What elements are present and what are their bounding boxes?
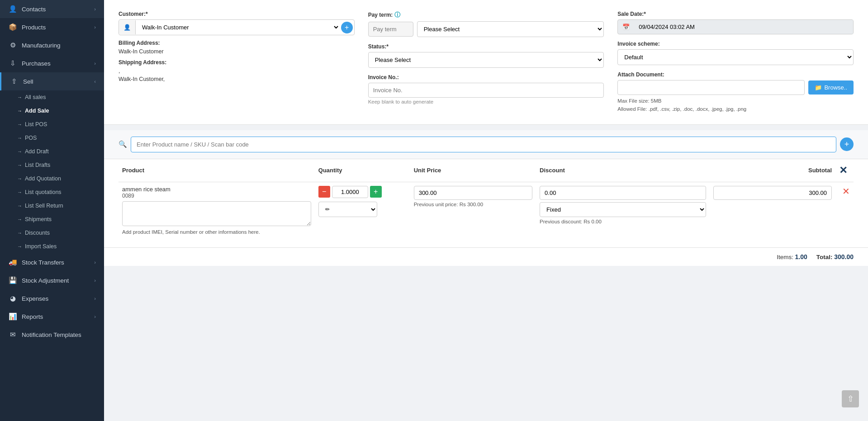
- chevron-stock-adjustment-icon: ›: [94, 278, 96, 283]
- sidebar-item-reports-label: Reports: [22, 313, 43, 320]
- sidebar-item-expenses[interactable]: ◕ Expenses ›: [0, 289, 104, 307]
- sidebar-item-stock-adjustment[interactable]: 💾 Stock Adjustment ›: [0, 271, 104, 289]
- chevron-contacts-icon: ›: [94, 6, 96, 12]
- customer-label: Customer:*: [119, 11, 355, 17]
- stock-adjustment-icon: 💾: [8, 276, 17, 284]
- sidebar-sub-all-sales[interactable]: → All sales: [0, 90, 104, 104]
- notes-hint: Add product IMEI, Serial number or other…: [122, 229, 311, 235]
- sidebar-sub-pos[interactable]: → POS: [0, 131, 104, 145]
- unit-price-input[interactable]: [414, 186, 532, 200]
- quantity-cell: − + ✏: [315, 182, 410, 238]
- pay-term-select[interactable]: Please Select: [417, 21, 604, 37]
- sidebar-sub-list-drafts-label: List Drafts: [25, 162, 50, 168]
- col-close-header: ✕: [835, 159, 854, 182]
- prev-discount: Previous discount: Rs 0.00: [540, 219, 706, 224]
- unit-select[interactable]: ✏: [318, 202, 377, 217]
- invoice-no-input[interactable]: [368, 83, 604, 98]
- col-subtotal-header: Subtotal: [710, 159, 836, 182]
- stock-transfers-icon: 🚚: [8, 258, 17, 266]
- sidebar-sub-add-sale-label: Add Sale: [25, 108, 49, 114]
- sidebar-item-stock-adjustment-label: Stock Adjustment: [22, 277, 69, 284]
- sidebar-item-notification-templates-label: Notification Templates: [22, 331, 81, 338]
- billing-address-label: Billing Address:: [119, 40, 355, 46]
- customer-select[interactable]: Walk-In Customer: [136, 20, 340, 35]
- arrow-list-pos-icon: →: [17, 122, 22, 127]
- add-customer-button[interactable]: +: [341, 22, 353, 33]
- sidebar-sub-add-quotation[interactable]: → Add Quotation: [0, 172, 104, 185]
- sidebar-item-purchases[interactable]: ⇩ Purchases ›: [0, 54, 104, 72]
- search-row: 🔍 +: [119, 137, 854, 152]
- col-discount-header: Discount: [536, 159, 709, 182]
- pay-term-row: Please Select: [368, 21, 604, 37]
- quantity-increase-button[interactable]: +: [370, 186, 382, 198]
- middle-fields: Pay term: ⓘ Please Select Status:* Pleas…: [368, 11, 604, 104]
- discount-input[interactable]: [540, 186, 706, 200]
- delete-row-cell: ✕: [835, 182, 854, 238]
- billing-address-section: Billing Address: Walk-In Customer: [119, 40, 355, 55]
- search-icon: 🔍: [119, 140, 127, 148]
- product-notes-input[interactable]: [122, 201, 311, 226]
- sidebar-sub-all-sales-label: All sales: [25, 94, 46, 100]
- billing-address-value: Walk-In Customer: [119, 48, 355, 55]
- section-divider: [104, 125, 868, 130]
- sidebar-sub-shipments[interactable]: → Shipments: [0, 213, 104, 226]
- pay-term-info-icon[interactable]: ⓘ: [394, 11, 400, 18]
- sidebar-item-stock-transfers[interactable]: 🚚 Stock Transfers ›: [0, 253, 104, 271]
- pay-term-field: Pay term: ⓘ Please Select: [368, 11, 604, 37]
- discount-type-select[interactable]: Fixed: [540, 202, 706, 217]
- invoice-scheme-select[interactable]: Default: [617, 49, 854, 65]
- quantity-decrease-button[interactable]: −: [318, 186, 330, 198]
- product-table: Product Quantity Unit Price Discount Sub…: [119, 159, 854, 238]
- expenses-icon: ◕: [8, 294, 17, 303]
- scroll-top-button[interactable]: ⇧: [842, 390, 859, 407]
- sidebar-item-reports[interactable]: 📊 Reports ›: [0, 307, 104, 326]
- purchases-icon: ⇩: [8, 59, 17, 67]
- sidebar-item-manufacturing[interactable]: ⚙ Manufacturing: [0, 36, 104, 54]
- product-table-area: Product Quantity Unit Price Discount Sub…: [104, 159, 868, 247]
- product-sku: 0089: [122, 193, 311, 199]
- browse-row: 📁 Browse..: [617, 80, 854, 95]
- chevron-purchases-icon: ›: [94, 61, 96, 66]
- quantity-input[interactable]: [332, 186, 368, 198]
- arrow-add-quotation-icon: →: [17, 176, 22, 181]
- sidebar-item-products[interactable]: 📦 Products ›: [0, 18, 104, 36]
- sidebar-sub-add-sale[interactable]: → Add Sale: [0, 104, 104, 118]
- reports-icon: 📊: [8, 312, 17, 321]
- sidebar-item-notification-templates[interactable]: ✉ Notification Templates: [0, 326, 104, 344]
- chevron-sell-icon: ‹: [94, 79, 96, 84]
- delete-row-button[interactable]: ✕: [842, 186, 850, 197]
- form-grid: Customer:* 👤 Walk-In Customer + Billing …: [119, 11, 854, 114]
- invoice-no-field: Invoice No.: Keep blank to auto generate: [368, 74, 604, 104]
- pay-term-text-input[interactable]: [368, 22, 413, 37]
- attach-doc-input[interactable]: [617, 80, 805, 95]
- sidebar-sub-add-draft[interactable]: → Add Draft: [0, 145, 104, 158]
- status-select[interactable]: Please Select: [368, 52, 604, 68]
- remove-all-button[interactable]: ✕: [839, 165, 847, 176]
- sidebar-sub-import-sales[interactable]: → Import Sales: [0, 240, 104, 253]
- table-row: ammen rice steam 0089 Add product IMEI, …: [119, 182, 854, 238]
- browse-button[interactable]: 📁 Browse..: [808, 80, 854, 95]
- product-search-input[interactable]: [131, 137, 836, 152]
- prev-price: Previous unit price: Rs 300.00: [414, 202, 532, 207]
- subtotal-cell: [710, 182, 836, 238]
- sidebar-sub-list-pos[interactable]: → List POS: [0, 118, 104, 131]
- invoice-no-hint: Keep blank to auto generate: [368, 99, 604, 104]
- sidebar-sub-list-drafts[interactable]: → List Drafts: [0, 158, 104, 172]
- subtotal-input[interactable]: [713, 186, 832, 200]
- add-product-button[interactable]: +: [840, 137, 854, 151]
- sidebar-sub-discounts[interactable]: → Discounts: [0, 226, 104, 240]
- attach-doc-field: Attach Document: 📁 Browse.. Max File siz…: [617, 71, 854, 114]
- sidebar-item-contacts[interactable]: 👤 Contacts ›: [0, 0, 104, 18]
- sidebar-item-sell[interactable]: ⇧ Sell ‹: [0, 72, 104, 90]
- form-area: Customer:* 👤 Walk-In Customer + Billing …: [104, 0, 868, 125]
- attach-doc-label: Attach Document:: [617, 71, 854, 78]
- sidebar-sub-list-quotations[interactable]: → List quotations: [0, 185, 104, 199]
- sidebar-sub-shipments-label: Shipments: [25, 216, 52, 222]
- sidebar-sub-list-sell-return[interactable]: → List Sell Return: [0, 199, 104, 213]
- chevron-products-icon: ›: [94, 24, 96, 30]
- chevron-reports-icon: ›: [94, 314, 96, 319]
- sidebar-item-stock-transfers-label: Stock Transfers: [22, 259, 64, 266]
- status-label: Status:*: [368, 43, 604, 50]
- arrow-list-drafts-icon: →: [17, 162, 22, 168]
- sale-date-input[interactable]: [634, 20, 853, 34]
